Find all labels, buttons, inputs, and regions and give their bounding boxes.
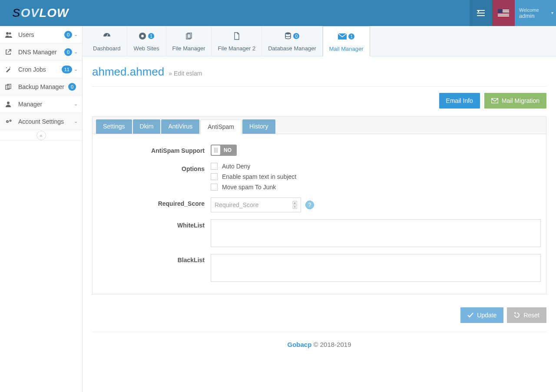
option-move-junk: Move spam To Junk xyxy=(211,184,541,191)
chrome-icon xyxy=(139,32,146,40)
username-label: admin xyxy=(519,13,548,19)
chevron-right-icon: » xyxy=(169,70,172,77)
sidebar-item-backup-manager[interactable]: Backup Manager 0 xyxy=(0,78,82,96)
page: ahmed.ahmed » Edit eslam Email Info Mail… xyxy=(83,56,556,392)
footer-brand-link[interactable]: Gobacp xyxy=(288,341,312,348)
toggle-state-label: NO xyxy=(224,147,232,153)
help-icon: ? xyxy=(308,202,311,208)
panel-tab-antivirus[interactable]: AntiVirus xyxy=(161,119,199,134)
whitelist-label: WhiteList xyxy=(98,219,211,229)
mail-migration-label: Mail Migration xyxy=(502,97,539,104)
chevron-down-icon: ⌄ xyxy=(74,119,78,124)
required-score-label: Required_Score xyxy=(98,198,211,207)
topbar: SOVLOW Welcome admin ▾ xyxy=(0,0,556,26)
svg-point-10 xyxy=(7,102,10,104)
top-tabs: Dashboard 1 Web Sites File Manager xyxy=(83,26,556,56)
mail-migration-button[interactable]: Mail Migration xyxy=(484,93,546,109)
sidebar-item-label: Account Settings xyxy=(18,118,74,125)
user-menu[interactable]: Welcome admin ▾ xyxy=(515,0,556,26)
svg-point-7 xyxy=(10,67,10,68)
checkbox-move-junk[interactable] xyxy=(211,184,218,191)
sidebar-item-label: Users xyxy=(18,31,64,38)
tab-web-sites[interactable]: 1 Web Sites xyxy=(127,26,166,56)
option-label: Auto Deny xyxy=(222,163,250,170)
external-link-icon xyxy=(5,49,14,55)
content: Dashboard 1 Web Sites File Manager xyxy=(83,26,556,392)
option-auto-deny: Auto Deny xyxy=(211,163,541,170)
required-score-input[interactable] xyxy=(215,201,290,208)
tab-database-manager[interactable]: 0 Database Manager xyxy=(262,26,323,56)
row-blacklist: BlackList xyxy=(98,250,541,285)
checkbox-auto-deny[interactable] xyxy=(211,163,218,170)
whitelist-textarea[interactable] xyxy=(211,219,541,247)
sidebar-item-account-settings[interactable]: Account Settings ⌄ xyxy=(0,113,82,130)
database-icon xyxy=(285,32,291,40)
panel-tabs: Settings Dkim AntiVirus AntiSpam History xyxy=(93,117,546,134)
svg-point-12 xyxy=(7,121,8,122)
page-header: ahmed.ahmed » Edit eslam xyxy=(92,65,546,87)
footer: Gobacp © 2018-2019 xyxy=(92,332,546,348)
tab-mail-manager[interactable]: 1 Mail Manager xyxy=(323,26,370,56)
sidebar-item-label: Backup Manager xyxy=(18,83,68,90)
stepper-down[interactable]: ▾ xyxy=(293,205,297,209)
settings-panel: Settings Dkim AntiVirus AntiSpam History… xyxy=(92,116,546,294)
sidebar-collapse-bar: « xyxy=(0,130,82,141)
update-button[interactable]: Update xyxy=(460,307,503,323)
sidebar-badge: 0 xyxy=(64,48,72,56)
antispam-support-label: AntiSpam Support xyxy=(98,145,211,154)
stepper-up[interactable]: ▴ xyxy=(293,201,297,204)
reset-button[interactable]: Reset xyxy=(507,307,546,323)
toggle-knob-icon xyxy=(212,145,220,155)
sidebar-item-label: Cron Jobs xyxy=(18,66,62,73)
logo[interactable]: SOVLOW xyxy=(0,6,69,20)
sidebar-item-manager[interactable]: Manager ⌄ xyxy=(0,96,82,113)
row-antispam-support: AntiSpam Support NO xyxy=(98,141,541,159)
svg-point-5 xyxy=(9,32,11,34)
flag-us-icon xyxy=(498,9,509,17)
form-body: AntiSpam Support NO Options xyxy=(93,134,546,294)
sidebar: Users 0 ⌄ DNS Manager 0 ⌄ Cron Jobs 11 ⌄… xyxy=(0,26,83,392)
copy-icon xyxy=(5,84,14,90)
sidebar-collapse-button[interactable]: « xyxy=(36,131,46,140)
language-button[interactable] xyxy=(492,0,515,26)
options-label: Options xyxy=(98,163,211,172)
panel-tab-antispam[interactable]: AntiSpam xyxy=(200,119,242,134)
welcome-label: Welcome xyxy=(519,7,548,13)
file-icon xyxy=(233,32,240,40)
wand-icon xyxy=(5,66,14,72)
panel-tab-history[interactable]: History xyxy=(242,119,275,134)
panel-tab-settings[interactable]: Settings xyxy=(96,119,132,134)
page-subtitle-text: Edit eslam xyxy=(174,70,202,77)
tab-label: Database Manager xyxy=(268,45,316,52)
antispam-support-toggle[interactable]: NO xyxy=(211,145,237,156)
tab-dashboard[interactable]: Dashboard xyxy=(87,26,127,56)
tab-file-manager-2[interactable]: File Manager 2 xyxy=(212,26,262,56)
email-info-label: Email Info xyxy=(446,97,473,104)
chevron-down-icon: ▾ xyxy=(551,10,553,15)
tab-file-manager[interactable]: File Manager xyxy=(166,26,212,56)
svg-rect-0 xyxy=(477,10,485,11)
svg-rect-2 xyxy=(477,15,485,16)
files-icon xyxy=(185,32,193,40)
svg-point-6 xyxy=(6,67,7,68)
email-info-button[interactable]: Email Info xyxy=(439,93,480,109)
checkbox-spam-subject[interactable] xyxy=(211,173,218,180)
update-label: Update xyxy=(477,312,496,319)
panel-tab-dkim[interactable]: Dkim xyxy=(133,119,161,134)
blacklist-textarea[interactable] xyxy=(211,254,541,282)
sidebar-item-users[interactable]: Users 0 ⌄ xyxy=(0,26,82,43)
chevron-down-icon: ⌄ xyxy=(74,101,78,107)
sidebar-item-dns-manager[interactable]: DNS Manager 0 ⌄ xyxy=(0,43,82,61)
svg-rect-1 xyxy=(477,13,485,13)
tab-label: Dashboard xyxy=(93,45,121,52)
chevron-down-icon: ⌄ xyxy=(74,32,78,37)
envelope-icon xyxy=(338,33,347,40)
option-label: Move spam To Junk xyxy=(222,184,276,191)
help-button[interactable]: ? xyxy=(305,201,314,209)
sidebar-item-cron-jobs[interactable]: Cron Jobs 11 ⌄ xyxy=(0,61,82,78)
chevron-left-icon: « xyxy=(40,133,42,138)
tab-badge: 1 xyxy=(348,33,354,40)
user-icon xyxy=(5,101,14,107)
topbar-menu-button[interactable] xyxy=(470,0,492,26)
tab-label: Web Sites xyxy=(134,45,159,52)
